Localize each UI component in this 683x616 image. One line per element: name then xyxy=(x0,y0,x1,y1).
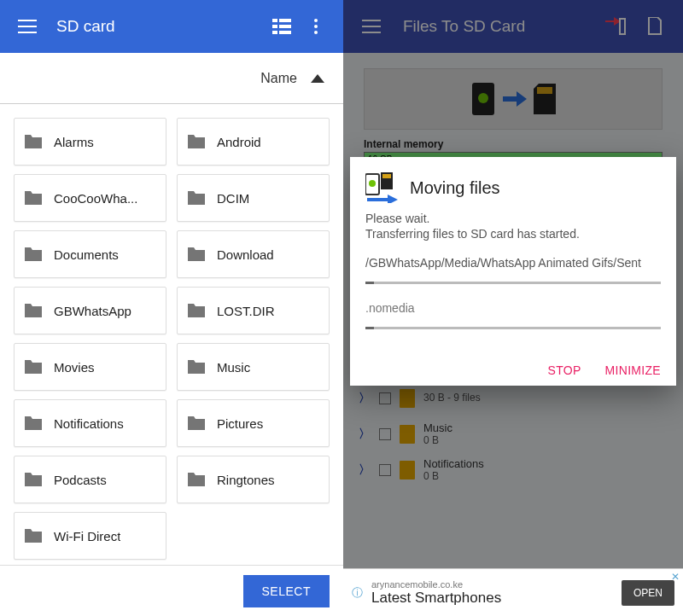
app-bar: SD card xyxy=(0,0,343,53)
svg-rect-1 xyxy=(279,19,291,22)
folder-icon xyxy=(23,471,44,488)
folder-icon xyxy=(186,302,207,319)
folder-item[interactable]: Documents xyxy=(14,230,166,278)
select-button[interactable]: SELECT xyxy=(243,575,330,607)
folder-item[interactable]: DCIM xyxy=(177,174,330,222)
files-to-sd-pane: Files To SD Card Internal memory 16 GB 〉… xyxy=(343,0,683,616)
page-title: SD card xyxy=(44,17,265,36)
more-vert-icon[interactable] xyxy=(299,9,333,44)
folder-item[interactable]: Ringtones xyxy=(177,456,330,503)
dialog-icon xyxy=(365,172,401,203)
file-browser-pane: SD card Name AlarmsAndroidCooCooWha...DC… xyxy=(0,0,343,616)
folder-icon xyxy=(23,189,44,206)
select-bar: SELECT xyxy=(0,565,343,616)
svg-rect-18 xyxy=(382,174,391,178)
svg-rect-5 xyxy=(279,31,291,34)
ad-banner: ⓘ arynancemobile.co.ke Latest Smartphone… xyxy=(343,568,683,616)
folder-icon xyxy=(186,358,207,375)
ad-choices-icon[interactable]: ⓘ xyxy=(352,585,363,601)
minimize-button[interactable]: MINIMIZE xyxy=(605,363,661,377)
folder-item[interactable]: Movies xyxy=(14,343,166,391)
dialog-line-1: Please wait. xyxy=(365,212,661,225)
folder-icon xyxy=(23,133,44,150)
transfer-filename: .nomedia xyxy=(365,301,661,315)
ad-open-button[interactable]: OPEN xyxy=(622,580,674,606)
folder-label: Android xyxy=(217,135,261,149)
folder-item[interactable]: Alarms xyxy=(14,118,166,166)
ad-close-icon[interactable]: ✕ xyxy=(671,571,680,583)
svg-rect-2 xyxy=(272,25,277,28)
folder-label: LOST.DIR xyxy=(217,304,275,318)
moving-files-dialog: Moving files Please wait. Transferring f… xyxy=(350,157,676,386)
dialog-title: Moving files xyxy=(410,178,500,198)
folder-label: Notifications xyxy=(54,416,124,431)
progress-bar-file xyxy=(365,327,661,329)
ad-title: Latest Smartphones xyxy=(371,590,501,607)
chevron-up-icon xyxy=(311,74,324,83)
view-list-icon[interactable] xyxy=(265,9,299,44)
folder-item[interactable]: Podcasts xyxy=(14,456,166,503)
folder-label: Wi-Fi Direct xyxy=(54,529,120,543)
folder-label: Podcasts xyxy=(54,473,107,487)
dialog-actions: STOP MINIMIZE xyxy=(365,363,661,377)
folder-icon xyxy=(23,358,44,375)
svg-rect-19 xyxy=(367,198,389,201)
dialog-line-2: Transferring files to SD card has starte… xyxy=(365,227,661,241)
folder-item[interactable]: Wi-Fi Direct xyxy=(14,512,166,560)
folder-item[interactable]: CooCooWha... xyxy=(14,174,166,222)
hamburger-icon[interactable] xyxy=(10,9,44,44)
folder-icon xyxy=(23,415,44,432)
svg-rect-0 xyxy=(272,19,277,22)
folder-icon xyxy=(186,133,207,150)
ad-url: arynancemobile.co.ke xyxy=(371,579,501,590)
svg-point-6 xyxy=(314,19,318,22)
folder-label: Pictures xyxy=(217,416,263,431)
folder-grid: AlarmsAndroidCooCooWha...DCIMDocumentsDo… xyxy=(0,104,343,616)
folder-label: Movies xyxy=(54,360,95,375)
folder-label: Documents xyxy=(54,247,119,262)
folder-item[interactable]: Download xyxy=(177,230,330,278)
folder-item[interactable]: Music xyxy=(177,343,330,391)
folder-label: Music xyxy=(217,360,250,375)
folder-icon xyxy=(186,415,207,432)
folder-item[interactable]: GBWhatsApp xyxy=(14,287,166,334)
folder-icon xyxy=(23,527,44,544)
folder-label: Alarms xyxy=(54,135,94,149)
folder-item[interactable]: Android xyxy=(177,118,330,166)
svg-point-7 xyxy=(314,25,318,28)
svg-point-16 xyxy=(369,180,376,187)
sort-row[interactable]: Name xyxy=(0,53,343,104)
dialog-body: Please wait. Transferring files to SD ca… xyxy=(365,212,661,329)
folder-icon xyxy=(186,189,207,206)
folder-item[interactable]: LOST.DIR xyxy=(177,287,330,334)
stop-button[interactable]: STOP xyxy=(548,363,581,377)
svg-rect-4 xyxy=(272,31,277,34)
folder-label: GBWhatsApp xyxy=(54,304,131,318)
folder-label: Download xyxy=(217,247,274,262)
folder-icon xyxy=(186,471,207,488)
progress-bar-folder xyxy=(365,282,661,284)
transfer-path: /GBWhatsApp/Media/WhatsApp Animated Gifs… xyxy=(365,256,661,270)
folder-label: Ringtones xyxy=(217,473,275,487)
folder-item[interactable]: Pictures xyxy=(177,399,330,447)
folder-icon xyxy=(23,302,44,319)
svg-rect-3 xyxy=(279,25,291,28)
folder-label: CooCooWha... xyxy=(54,191,137,206)
folder-label: DCIM xyxy=(217,191,249,206)
svg-point-8 xyxy=(314,31,318,34)
folder-item[interactable]: Notifications xyxy=(14,399,166,447)
sort-label: Name xyxy=(260,71,297,86)
folder-icon xyxy=(186,246,207,263)
folder-icon xyxy=(23,246,44,263)
